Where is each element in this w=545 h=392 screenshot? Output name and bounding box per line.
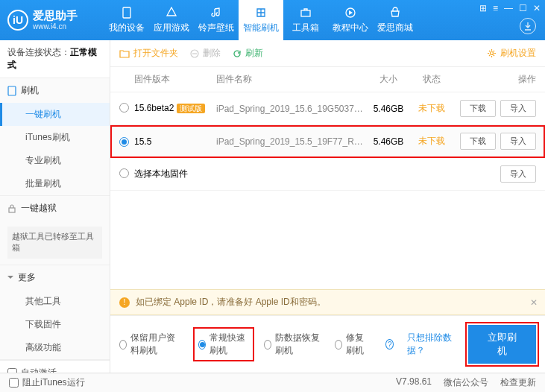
close-notice-icon[interactable]: ✕ bbox=[530, 297, 538, 308]
firmware-status: 未下载 bbox=[411, 135, 453, 148]
wechat-link[interactable]: 微信公众号 bbox=[444, 376, 488, 389]
svg-rect-3 bbox=[8, 86, 16, 95]
svg-rect-0 bbox=[123, 7, 130, 18]
opt-repair[interactable]: 修复刷机 bbox=[335, 332, 372, 357]
sidebar-group-more[interactable]: 更多 bbox=[0, 265, 110, 290]
window-controls: ⊞ ≡ — ☐ ✕ bbox=[479, 3, 541, 13]
app-subtitle: www.i4.cn bbox=[33, 22, 78, 31]
col-action: 操作 bbox=[453, 73, 536, 86]
sidebar-group-flash[interactable]: 刷机 bbox=[0, 78, 110, 103]
menu-icon[interactable]: ≡ bbox=[493, 3, 498, 13]
flash-options: 保留用户资料刷机 常规快速刷机 防数据恢复刷机 修复刷机 ? 只想排除数据？ 立… bbox=[110, 315, 545, 373]
table-row[interactable]: 15.6beta2测试版 iPad_Spring_2019_15.6_19G50… bbox=[110, 92, 545, 125]
beta-tag: 测试版 bbox=[177, 104, 205, 113]
row-radio[interactable] bbox=[119, 103, 129, 113]
nav-ringtone[interactable]: 铃声壁纸 bbox=[194, 0, 239, 40]
col-version: 固件版本 bbox=[134, 73, 216, 86]
import-button[interactable]: 导入 bbox=[500, 133, 536, 150]
block-itunes-checkbox[interactable]: 阻止iTunes运行 bbox=[9, 376, 85, 389]
flash-settings-button[interactable]: 刷机设置 bbox=[487, 47, 536, 60]
maximize-icon[interactable]: ☐ bbox=[519, 3, 527, 13]
open-folder-button[interactable]: 打开文件夹 bbox=[119, 47, 178, 60]
delete-button[interactable]: 删除 bbox=[190, 47, 221, 60]
row-radio[interactable] bbox=[119, 137, 129, 147]
firmware-size: 5.46GB bbox=[366, 104, 411, 114]
jailbreak-note: 越狱工具已转移至工具箱 bbox=[7, 227, 102, 259]
opt-recovery[interactable]: 防数据恢复刷机 bbox=[264, 332, 321, 357]
download-button[interactable]: 下载 bbox=[460, 100, 496, 117]
import-button[interactable]: 导入 bbox=[500, 165, 536, 183]
chevron-down-icon bbox=[7, 276, 13, 279]
nav-store[interactable]: 爱思商城 bbox=[373, 0, 418, 40]
app-title: 爱思助手 bbox=[33, 10, 78, 22]
svg-rect-1 bbox=[301, 10, 310, 16]
col-size: 大小 bbox=[366, 73, 411, 86]
nav-my-device[interactable]: 我的设备 bbox=[104, 0, 149, 40]
refresh-icon bbox=[233, 49, 242, 58]
sidebar-item-itunes-flash[interactable]: iTunes刷机 bbox=[0, 126, 110, 149]
main-nav: 我的设备 应用游戏 铃声壁纸 智能刷机 工具箱 教程中心 爱思商城 bbox=[104, 0, 418, 40]
sidebar-item-batch-flash[interactable]: 批量刷机 bbox=[0, 172, 110, 195]
logo-icon: iU bbox=[7, 10, 28, 31]
exclude-data-link[interactable]: 只想排除数据？ bbox=[407, 332, 454, 357]
opt-normal-fast[interactable]: 常规快速刷机 bbox=[197, 331, 251, 358]
table-header: 固件版本 固件名称 大小 状态 操作 bbox=[110, 67, 545, 92]
sidebar-item-advanced[interactable]: 高级功能 bbox=[0, 336, 110, 359]
nav-toolbox[interactable]: 工具箱 bbox=[283, 0, 328, 40]
firmware-table: 固件版本 固件名称 大小 状态 操作 15.6beta2测试版 iPad_Spr… bbox=[110, 67, 545, 289]
version-label: V7.98.61 bbox=[396, 376, 432, 389]
download-manager-icon[interactable] bbox=[520, 18, 536, 34]
firmware-name: iPad_Spring_2019_15.6_19G5037d_Restore.i… bbox=[216, 104, 366, 114]
check-update-link[interactable]: 检查更新 bbox=[500, 376, 536, 389]
import-button[interactable]: 导入 bbox=[500, 100, 536, 117]
sidebar: 设备连接状态：正常模式 刷机 一键刷机 iTunes刷机 专业刷机 批量刷机 一… bbox=[0, 40, 110, 373]
download-button[interactable]: 下载 bbox=[460, 133, 496, 150]
table-row-local[interactable]: 选择本地固件 导入 bbox=[110, 158, 545, 191]
svg-rect-4 bbox=[9, 208, 15, 212]
refresh-button[interactable]: 刷新 bbox=[233, 47, 263, 60]
info-icon: ! bbox=[119, 297, 130, 308]
titlebar: iU 爱思助手 www.i4.cn 我的设备 应用游戏 铃声壁纸 智能刷机 工具… bbox=[0, 0, 545, 40]
minimize-icon[interactable]: — bbox=[504, 3, 513, 13]
lock-icon bbox=[7, 204, 16, 213]
phone-icon bbox=[7, 86, 16, 96]
flash-now-button[interactable]: 立即刷机 bbox=[468, 325, 536, 364]
sidebar-item-other-tools[interactable]: 其他工具 bbox=[0, 290, 110, 313]
close-icon[interactable]: ✕ bbox=[533, 3, 541, 13]
opt-keep-data[interactable]: 保留用户资料刷机 bbox=[119, 332, 183, 357]
firmware-name: iPad_Spring_2019_15.5_19F77_Restore.ipsw bbox=[216, 136, 366, 147]
gear-icon bbox=[487, 48, 497, 58]
table-row[interactable]: 15.5 iPad_Spring_2019_15.5_19F77_Restore… bbox=[110, 125, 545, 158]
svg-point-7 bbox=[491, 52, 494, 55]
sidebar-item-download-fw[interactable]: 下载固件 bbox=[0, 313, 110, 336]
firmware-size: 5.46GB bbox=[366, 136, 411, 147]
appleid-notice: ! 如已绑定 Apple ID，请准备好 Apple ID和密码。 ✕ bbox=[110, 289, 545, 315]
folder-icon bbox=[119, 49, 130, 58]
nav-apps[interactable]: 应用游戏 bbox=[149, 0, 194, 40]
col-status: 状态 bbox=[411, 73, 453, 86]
minus-circle-icon bbox=[190, 49, 199, 58]
firmware-status: 未下载 bbox=[411, 102, 453, 115]
device-status: 设备连接状态：正常模式 bbox=[0, 40, 110, 78]
help-icon[interactable]: ? bbox=[385, 339, 394, 350]
app-logo: iU 爱思助手 www.i4.cn bbox=[7, 10, 78, 31]
row-radio[interactable] bbox=[119, 168, 129, 178]
toolbar: 打开文件夹 删除 刷新 刷机设置 bbox=[110, 40, 545, 67]
sidebar-item-oneclick-flash[interactable]: 一键刷机 bbox=[0, 103, 110, 126]
main-panel: 打开文件夹 删除 刷新 刷机设置 固件版本 bbox=[110, 40, 545, 373]
col-name: 固件名称 bbox=[216, 73, 366, 86]
sidebar-group-jailbreak[interactable]: 一键越狱 bbox=[0, 196, 110, 221]
sidebar-item-pro-flash[interactable]: 专业刷机 bbox=[0, 149, 110, 172]
statusbar: 阻止iTunes运行 V7.98.61 微信公众号 检查更新 bbox=[0, 373, 545, 392]
nav-tutorial[interactable]: 教程中心 bbox=[328, 0, 373, 40]
nav-flash[interactable]: 智能刷机 bbox=[239, 0, 283, 40]
skin-icon[interactable]: ⊞ bbox=[479, 3, 487, 13]
